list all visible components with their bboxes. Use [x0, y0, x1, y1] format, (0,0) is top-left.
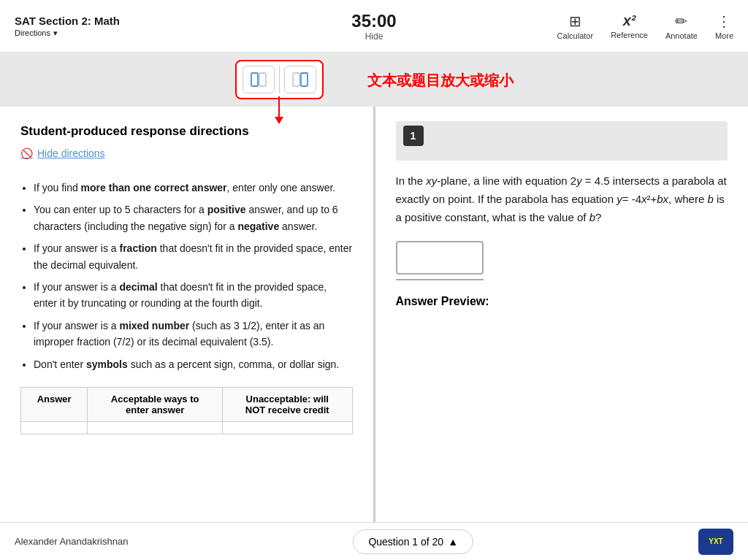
table-row: [21, 421, 353, 434]
split-controls-area: 文本或题目放大或缩小: [0, 53, 748, 107]
answer-preview-label: Answer Preview:: [396, 295, 728, 308]
annotate-label: Annotate: [665, 31, 698, 40]
timer-display: 35:00: [351, 11, 396, 31]
question-text: In the xy-plane, a line with equation 2y…: [396, 172, 728, 226]
answer-underline: [396, 279, 484, 280]
answer-input[interactable]: [396, 241, 484, 275]
directions-button[interactable]: Directions ▾: [15, 28, 351, 38]
calculator-icon: ⊞: [569, 12, 581, 30]
table-cell: [223, 421, 352, 434]
answer-table: Answer Acceptable ways toenter answer Un…: [20, 387, 353, 434]
app-logo: YXT: [698, 529, 733, 555]
header: SAT Section 2: Math Directions ▾ 35:00 H…: [0, 0, 748, 53]
hide-directions-label: Hide directions: [37, 147, 105, 159]
table-cell: [21, 421, 88, 434]
logo-text: YXT: [709, 537, 722, 545]
more-icon: ⋮: [717, 12, 731, 30]
question-nav-label: Question 1 of 20: [368, 536, 443, 548]
directions-list: If you find more than one correct answer…: [20, 180, 353, 372]
table-cell: [88, 421, 223, 434]
footer: Alexander Anandakrishnan Question 1 of 2…: [0, 522, 748, 560]
table-header-acceptable: Acceptable ways toenter answer: [88, 387, 223, 421]
svg-rect-0: [251, 73, 258, 86]
hide-timer-button[interactable]: Hide: [351, 31, 396, 42]
split-right-button[interactable]: [284, 66, 316, 93]
list-item: If your answer is a fraction that doesn'…: [34, 240, 353, 273]
chevron-down-icon: ▾: [53, 28, 58, 38]
list-item: If your answer is a mixed number (such a…: [34, 318, 353, 350]
svg-rect-3: [301, 73, 308, 86]
list-item: Don't enter symbols such as a percent si…: [34, 356, 353, 372]
header-left: SAT Section 2: Math Directions ▾: [15, 15, 351, 38]
right-panel: 1 In the xy-plane, a line with equation …: [375, 107, 749, 522]
student-name: Alexander Anandakrishnan: [15, 536, 128, 547]
timer-section: 35:00 Hide: [351, 11, 396, 42]
question-nav-button[interactable]: Question 1 of 20 ▲: [353, 529, 473, 554]
chevron-up-icon: ▲: [448, 536, 458, 548]
list-item: You can enter up to 5 characters for a p…: [34, 202, 353, 234]
reference-tool[interactable]: x² Reference: [611, 12, 648, 39]
annotate-icon: ✏: [675, 12, 687, 30]
directions-label: Directions: [15, 28, 50, 37]
split-divider: [279, 66, 280, 93]
reference-label: Reference: [611, 31, 648, 39]
table-header-answer: Answer: [21, 387, 88, 421]
split-buttons-container: [235, 60, 324, 99]
annotate-tool[interactable]: ✏ Annotate: [665, 12, 698, 40]
svg-rect-2: [293, 73, 299, 86]
app-title: SAT Section 2: Math: [15, 15, 351, 27]
list-item: If your answer is a decimal that doesn't…: [34, 279, 353, 312]
svg-rect-1: [259, 73, 266, 86]
eye-slash-icon: 🚫: [20, 147, 33, 159]
left-panel: Student-produced response directions 🚫 H…: [0, 107, 375, 522]
hide-directions-link[interactable]: 🚫 Hide directions: [20, 147, 105, 159]
list-item: If you find more than one correct answer…: [34, 180, 353, 196]
reference-icon: x²: [623, 12, 636, 29]
main-content: Student-produced response directions 🚫 H…: [0, 107, 748, 522]
split-left-button[interactable]: [243, 66, 275, 93]
calculator-label: Calculator: [557, 31, 594, 40]
more-tool[interactable]: ⋮ More: [715, 12, 733, 40]
toolbar: ⊞ Calculator x² Reference ✏ Annotate ⋮ M…: [397, 12, 733, 40]
zoom-annotation: 文本或题目放大或缩小: [367, 71, 514, 91]
directions-heading: Student-produced response directions: [20, 124, 353, 139]
calculator-tool[interactable]: ⊞ Calculator: [557, 12, 594, 40]
more-label: More: [715, 31, 733, 40]
question-badge: 1: [403, 126, 424, 146]
table-header-unacceptable: Unacceptable: willNOT receive credit: [223, 387, 352, 421]
